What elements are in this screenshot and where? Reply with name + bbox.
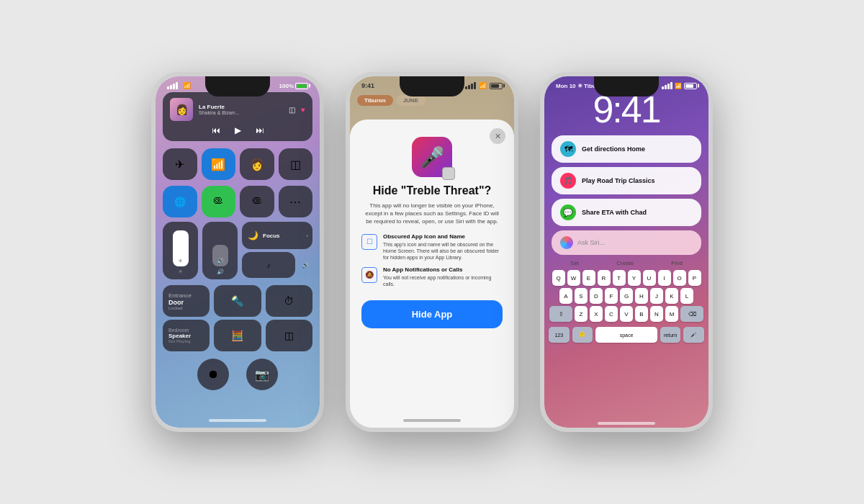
battery-2	[490, 83, 503, 89]
key-n[interactable]: N	[650, 306, 663, 322]
shift-key[interactable]: ⇧	[549, 306, 572, 322]
music-card[interactable]: 👩 La Fuerte Shakira & Bizarr... ◫ ♥ ⏮ ▶ …	[163, 92, 312, 141]
play-button[interactable]: ▶	[235, 125, 241, 135]
key-h[interactable]: H	[635, 288, 648, 304]
close-button[interactable]: ✕	[490, 128, 505, 144]
feature2-title: No App Notifications or Calls	[383, 266, 503, 273]
door-row: Entrance Door Locked 🔦 ⏱	[156, 282, 320, 317]
key-bottom-row: 123 🙂 space return 🎤	[544, 325, 708, 344]
delete-key[interactable]: ⌫	[680, 306, 703, 322]
phone-hide-dialog: 9:41 📶 Tiburon JUNE ✕ 🎤	[346, 72, 518, 432]
torch-button[interactable]: 🔦	[214, 285, 261, 317]
key-g[interactable]: G	[620, 288, 633, 304]
suggestion-music-label: Play Road Trip Classics	[582, 177, 655, 184]
key-t[interactable]: T	[613, 270, 626, 286]
key-p[interactable]: P	[688, 270, 701, 286]
status-bar-1: 📶 100%	[156, 76, 320, 92]
screen-mirror-button[interactable]: ◫	[266, 320, 312, 351]
prev-button[interactable]: ⏮	[212, 125, 220, 135]
key-d[interactable]: D	[590, 288, 603, 304]
tab-june[interactable]: JUNE	[396, 95, 426, 106]
key-k[interactable]: K	[665, 288, 678, 304]
suggestion-directions-label: Get directions Home	[582, 145, 645, 153]
key-y[interactable]: Y	[628, 270, 641, 286]
key-l[interactable]: L	[680, 288, 693, 304]
key-q[interactable]: Q	[552, 270, 565, 286]
speaker-button[interactable]: Bedroom Speaker Not Playing	[163, 320, 210, 351]
camera-button[interactable]: 📷	[246, 359, 278, 390]
siri-suggestions: 🗺 Get directions Home 🎵 Play Road Trip C…	[552, 135, 701, 226]
wifi-button[interactable]: 📶	[202, 148, 236, 180]
suggestion-share-eta[interactable]: 💬 Share ETA with Chad	[552, 199, 701, 226]
key-z[interactable]: Z	[575, 306, 588, 322]
airplane-button[interactable]: ✈	[163, 148, 197, 180]
sliders-focus: ☀ ☀ 🔊 🔊 🌙 Focus ›	[156, 219, 320, 282]
suggest-set[interactable]: Set	[570, 260, 579, 266]
calculator-button[interactable]: 🧮	[214, 320, 261, 351]
siri-input-bar[interactable]: Ask Siri...	[552, 230, 701, 255]
key-x[interactable]: X	[590, 306, 603, 322]
sun-icon: ☀	[178, 258, 183, 264]
music-icon: 🎵	[560, 173, 576, 189]
volume-icon2: 🔊	[217, 269, 224, 275]
airplay-audio-button[interactable]: ◫	[279, 148, 313, 180]
moon-icon: 🌙	[248, 230, 258, 240]
next-button[interactable]: ⏭	[256, 125, 264, 135]
door-lock-button[interactable]: Entrance Door Locked	[163, 285, 210, 317]
key-r[interactable]: R	[598, 270, 611, 286]
home-indicator-3	[598, 422, 655, 425]
phone-control-center: 📶 100% 👩 La Fuerte Shakira & Bizarr... ◫…	[151, 72, 324, 432]
record-button[interactable]: ⏺	[197, 359, 229, 390]
key-j[interactable]: J	[650, 288, 663, 304]
tab-tiburon[interactable]: Tiburon	[357, 95, 393, 106]
keyboard-suggestions-row: Set Create Find	[544, 258, 708, 269]
suggest-find[interactable]: Find	[671, 260, 683, 266]
key-v[interactable]: V	[620, 306, 633, 322]
key-a[interactable]: A	[559, 288, 572, 304]
home-indicator	[209, 419, 266, 422]
key-m[interactable]: M	[665, 306, 678, 322]
airplay-icon[interactable]: ◫	[289, 106, 295, 114]
key-o[interactable]: O	[673, 270, 686, 286]
key-i[interactable]: I	[658, 270, 671, 286]
suggest-create[interactable]: Create	[616, 260, 634, 266]
emoji-key[interactable]: 🙂	[572, 327, 593, 343]
suggestion-music[interactable]: 🎵 Play Road Trip Classics	[552, 167, 701, 194]
suggestion-directions[interactable]: 🗺 Get directions Home	[552, 135, 701, 163]
volume-slider[interactable]: 🔊 🔊	[202, 222, 238, 279]
focus-button[interactable]: 🌙 Focus ›	[242, 222, 312, 249]
numbers-key[interactable]: 123	[549, 327, 570, 343]
heart-icon[interactable]: ♥	[301, 106, 305, 114]
mic-key[interactable]: 🎤	[683, 327, 704, 343]
album-art: 👩	[170, 98, 193, 121]
music-controls: ⏮ ▶ ⏭	[170, 124, 305, 135]
hide-app-screen: 9:41 📶 Tiburon JUNE ✕ 🎤	[350, 76, 514, 428]
key-e[interactable]: E	[582, 270, 595, 286]
key-u[interactable]: U	[643, 270, 656, 286]
music-artist: Shakira & Bizarr...	[199, 110, 283, 115]
suggestion-eta-label: Share ETA with Chad	[582, 209, 647, 216]
album-cover-button[interactable]: 👩	[240, 148, 274, 180]
music-note-button[interactable]: ♪	[242, 252, 295, 278]
battery-3	[684, 83, 697, 89]
space-key[interactable]: space	[595, 327, 657, 343]
feature2-desc: You will not receive app notifications o…	[383, 274, 503, 287]
more-button[interactable]: ⋯	[279, 186, 313, 217]
phone-lock-siri: Mon 10 ☀ Tiburon 📶 9:41 🗺 Get directions…	[540, 72, 713, 432]
return-key[interactable]: return	[660, 327, 681, 343]
timer-button[interactable]: ⏱	[266, 285, 312, 317]
key-w[interactable]: W	[567, 270, 580, 286]
app-icon-wrap: 🎤	[361, 137, 503, 177]
hide-app-button[interactable]: Hide App	[361, 300, 503, 328]
wifi-icon-3: 📶	[675, 83, 682, 89]
key-c[interactable]: C	[605, 306, 618, 322]
key-s[interactable]: S	[575, 288, 588, 304]
wifi2-button[interactable]: 🌐	[163, 186, 197, 217]
key-b[interactable]: B	[635, 306, 648, 322]
bluetooth-button[interactable]: ᪤	[202, 186, 236, 217]
bluetooth2-button[interactable]: ᪤	[240, 186, 274, 217]
top-icons-row: ✈ 📶 👩 ◫	[156, 145, 320, 180]
brightness-slider[interactable]: ☀ ☀	[163, 222, 198, 279]
key-f[interactable]: F	[605, 288, 618, 304]
wifi-icon: 📶	[183, 82, 191, 89]
